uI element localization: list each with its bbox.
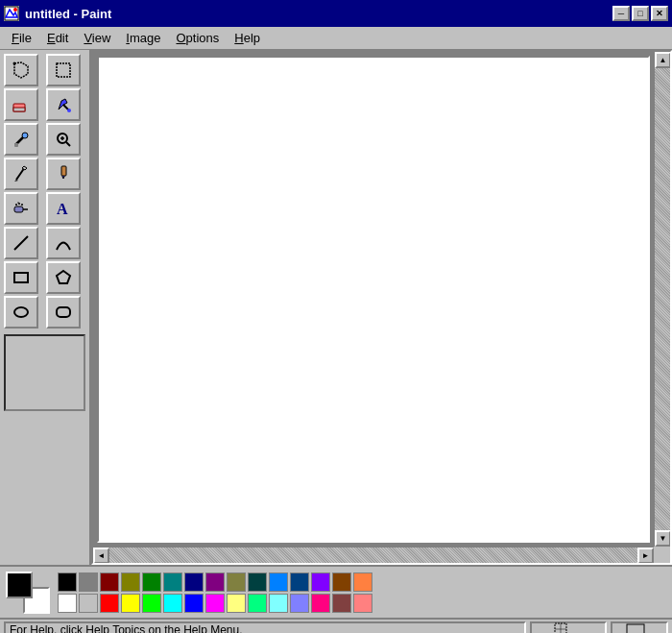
tool-rounded-rect[interactable] <box>46 296 81 329</box>
scroll-right-button[interactable]: ► <box>637 548 654 564</box>
svg-marker-29 <box>57 271 70 283</box>
color-palette <box>58 572 372 613</box>
app-icon <box>4 6 19 21</box>
color-swatch[interactable] <box>269 572 288 592</box>
color-swatch[interactable] <box>121 594 140 613</box>
color-swatch[interactable] <box>58 594 77 613</box>
color-swatch[interactable] <box>184 572 204 592</box>
status-text: For Help, click Help Topics on the Help … <box>4 621 526 633</box>
color-swatch[interactable] <box>205 572 225 592</box>
svg-rect-28 <box>14 273 28 282</box>
svg-point-4 <box>13 62 16 65</box>
menu-bar: File Edit View Image Options Help <box>0 27 672 50</box>
color-swatch[interactable] <box>332 594 351 613</box>
status-size <box>611 621 668 633</box>
tool-fill[interactable] <box>46 88 81 121</box>
color-swatch[interactable] <box>353 594 372 613</box>
maximize-button[interactable]: □ <box>632 6 649 21</box>
color-swatch[interactable] <box>269 594 288 613</box>
color-swatch[interactable] <box>142 572 161 592</box>
color-swatch[interactable] <box>290 594 309 613</box>
tool-magnify[interactable] <box>46 123 81 156</box>
color-swatch[interactable] <box>227 594 246 613</box>
close-button[interactable]: ✕ <box>651 6 668 21</box>
svg-point-10 <box>22 133 28 138</box>
svg-point-22 <box>15 204 17 206</box>
menu-edit[interactable]: Edit <box>39 29 76 47</box>
color-swatch[interactable] <box>205 594 225 613</box>
tool-rect[interactable] <box>4 261 38 294</box>
color-swatch[interactable] <box>79 572 98 592</box>
scrollbar-horizontal[interactable]: ◄ ► <box>93 547 654 563</box>
color-swatch[interactable] <box>100 572 119 592</box>
svg-rect-11 <box>14 143 18 147</box>
color-swatch[interactable] <box>227 572 246 592</box>
svg-point-30 <box>14 307 28 317</box>
color-swatch[interactable] <box>121 572 140 592</box>
svg-marker-18 <box>14 180 18 182</box>
color-swatch[interactable] <box>353 572 372 592</box>
color-current <box>6 572 50 614</box>
svg-rect-7 <box>13 108 25 111</box>
scroll-down-button[interactable]: ▼ <box>655 530 671 547</box>
status-coordinates <box>530 621 607 633</box>
menu-options[interactable]: Options <box>168 29 227 47</box>
tool-text[interactable]: A <box>46 192 81 225</box>
tool-rect-select[interactable] <box>46 54 81 86</box>
color-swatch[interactable] <box>332 572 351 592</box>
palette-row-1 <box>58 572 372 592</box>
tool-pick-color[interactable] <box>4 123 38 156</box>
svg-text:A: A <box>57 201 68 217</box>
color-bar <box>0 565 672 618</box>
status-bar: For Help, click Help Topics on the Help … <box>0 618 672 633</box>
color-swatch[interactable] <box>248 572 267 592</box>
color-swatch[interactable] <box>79 594 98 613</box>
svg-rect-20 <box>14 207 23 212</box>
menu-view[interactable]: View <box>76 29 118 47</box>
canvas-container[interactable]: ▲ ▼ ◄ ► <box>91 50 672 565</box>
menu-file[interactable]: File <box>4 29 39 47</box>
scroll-left-button[interactable]: ◄ <box>93 548 109 564</box>
title-bar: untitled - Paint ─ □ ✕ <box>0 0 672 27</box>
palette-row-2 <box>58 594 372 613</box>
drawing-canvas[interactable] <box>97 56 650 543</box>
tool-curve[interactable] <box>46 227 81 259</box>
tool-grid: A <box>4 54 85 329</box>
minimize-button[interactable]: ─ <box>612 6 630 21</box>
color-foreground-box[interactable] <box>6 572 33 598</box>
tool-polygon[interactable] <box>46 261 81 294</box>
svg-rect-35 <box>627 624 644 633</box>
color-swatch[interactable] <box>163 594 182 613</box>
scroll-track-horizontal[interactable] <box>109 548 637 563</box>
color-swatch[interactable] <box>184 594 204 613</box>
title-text: untitled - Paint <box>25 7 111 21</box>
color-swatch[interactable] <box>100 594 119 613</box>
scroll-up-button[interactable]: ▲ <box>655 52 671 68</box>
svg-marker-3 <box>14 62 28 78</box>
tool-airbrush[interactable] <box>4 192 38 225</box>
tool-options <box>4 334 85 411</box>
color-swatch[interactable] <box>142 594 161 613</box>
svg-line-13 <box>66 142 70 146</box>
tool-pencil[interactable] <box>4 158 38 190</box>
tool-eraser[interactable] <box>4 88 38 121</box>
color-swatch[interactable] <box>311 594 330 613</box>
color-swatch[interactable] <box>248 594 267 613</box>
svg-point-8 <box>67 109 71 112</box>
menu-help[interactable]: Help <box>227 29 268 47</box>
tool-line[interactable] <box>4 227 38 259</box>
color-swatch[interactable] <box>311 572 330 592</box>
main-area: A <box>0 50 672 565</box>
svg-point-24 <box>21 204 23 206</box>
color-swatch[interactable] <box>163 572 182 592</box>
tool-ellipse[interactable] <box>4 296 38 329</box>
color-swatch[interactable] <box>58 572 77 592</box>
menu-image[interactable]: Image <box>118 29 168 47</box>
tool-brush[interactable] <box>46 158 81 190</box>
tool-panel: A <box>0 50 91 565</box>
scrollbar-vertical[interactable]: ▲ ▼ <box>654 52 670 547</box>
tool-free-select[interactable] <box>4 54 38 86</box>
color-swatch[interactable] <box>290 572 309 592</box>
svg-point-2 <box>13 8 17 12</box>
scroll-track-vertical[interactable] <box>655 68 670 530</box>
